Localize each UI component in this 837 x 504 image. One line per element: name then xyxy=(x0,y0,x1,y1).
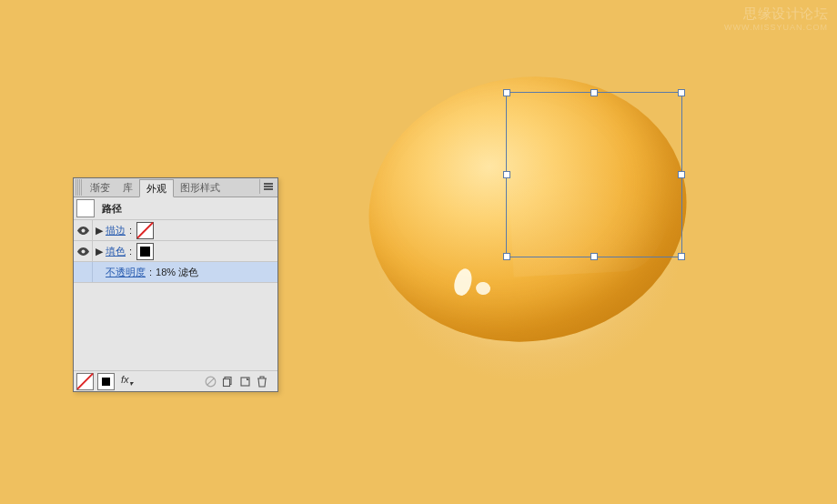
panel-grip-icon[interactable] xyxy=(76,179,82,196)
visibility-toggle-stroke[interactable] xyxy=(74,220,93,240)
fill-label[interactable]: 填色 xyxy=(106,245,126,258)
stroke-label[interactable]: 描边 xyxy=(106,224,126,237)
handle-ml[interactable] xyxy=(503,171,510,178)
tab-appearance[interactable]: 外观 xyxy=(139,179,174,197)
object-row[interactable]: 路径 xyxy=(74,197,277,220)
visibility-toggle-fill[interactable] xyxy=(74,241,93,261)
opacity-label[interactable]: 不透明度 xyxy=(106,266,146,279)
opacity-separator: : xyxy=(149,267,152,277)
expand-stroke-icon[interactable]: ▶ xyxy=(93,225,106,237)
panel-tab-bar: 渐变 库 外观 图形样式 xyxy=(74,178,277,197)
handle-bl[interactable] xyxy=(503,253,510,260)
handle-tm[interactable] xyxy=(590,89,598,96)
handle-br[interactable] xyxy=(678,253,685,260)
fill-row[interactable]: ▶ 填色 : xyxy=(74,241,277,262)
opacity-row[interactable]: 不透明度 : 18% 滤色 xyxy=(74,262,277,283)
object-thumb-icon xyxy=(76,199,95,217)
watermark-url: WWW.MISSYUAN.COM xyxy=(724,23,828,32)
fill-separator: : xyxy=(129,246,132,257)
tab-graphic-styles[interactable]: 图形样式 xyxy=(174,179,227,196)
handle-tr[interactable] xyxy=(678,89,685,96)
fill-swatch-icon[interactable] xyxy=(136,243,154,260)
tab-library[interactable]: 库 xyxy=(116,179,139,196)
visibility-toggle-opacity[interactable] xyxy=(74,262,93,282)
panel-footer: fx▾ xyxy=(74,371,277,391)
selection-bbox[interactable] xyxy=(506,92,682,257)
stroke-separator: : xyxy=(129,225,132,236)
opacity-value: 18% 滤色 xyxy=(156,266,198,279)
svg-line-3 xyxy=(207,378,213,384)
delete-item-icon[interactable] xyxy=(254,373,270,389)
handle-mr[interactable] xyxy=(678,171,685,178)
svg-rect-6 xyxy=(241,378,249,386)
svg-point-0 xyxy=(81,228,85,232)
tab-gradient[interactable]: 渐变 xyxy=(84,179,116,196)
svg-point-1 xyxy=(81,249,85,253)
stroke-swatch-none-icon[interactable] xyxy=(136,222,154,239)
footer-fill-swatch-icon[interactable] xyxy=(97,373,115,390)
panel-menu-icon[interactable] xyxy=(259,179,277,194)
expand-fill-icon[interactable]: ▶ xyxy=(93,246,106,257)
duplicate-item-icon[interactable] xyxy=(219,373,236,389)
svg-rect-5 xyxy=(223,378,229,386)
clear-appearance-icon xyxy=(202,373,218,389)
new-item-icon[interactable] xyxy=(237,373,253,389)
watermark: 思缘设计论坛 WWW.MISSYUAN.COM xyxy=(724,5,828,32)
handle-tl[interactable] xyxy=(503,89,510,96)
watermark-title: 思缘设计论坛 xyxy=(724,5,828,23)
appearance-panel: 渐变 库 外观 图形样式 路径 ▶ 描边 : ▶ 填色 : xyxy=(73,177,278,392)
footer-stroke-swatch-icon[interactable] xyxy=(76,373,94,390)
add-effect-button[interactable]: fx▾ xyxy=(118,374,136,388)
object-label: 路径 xyxy=(102,202,122,216)
stroke-row[interactable]: ▶ 描边 : xyxy=(74,220,277,241)
panel-empty-area xyxy=(74,283,277,371)
handle-bm[interactable] xyxy=(590,253,598,260)
panel-body: 路径 ▶ 描边 : ▶ 填色 : 不透明度 : xyxy=(74,197,277,391)
